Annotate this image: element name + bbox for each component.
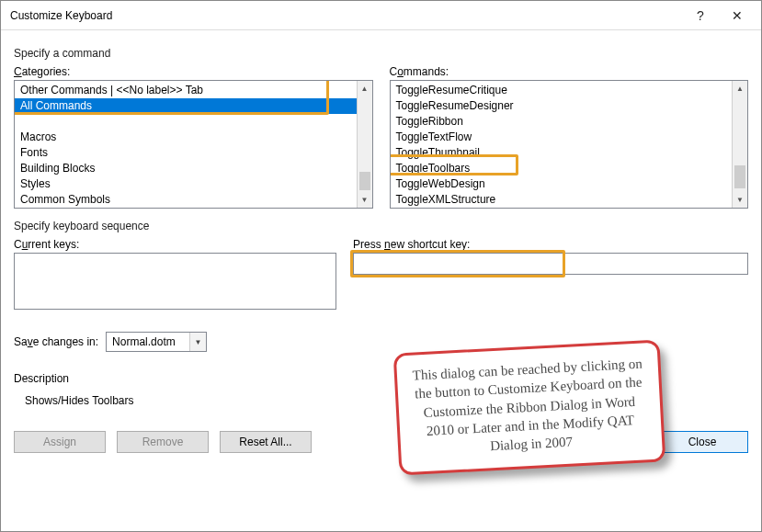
commands-label: Commands:Commands: [390,65,749,78]
assign-button[interactable]: Assign [14,431,106,453]
list-item[interactable]: Styles [15,176,357,192]
scrollbar[interactable]: ▲ ▼ [357,81,372,208]
list-item[interactable]: Other Commands | <<No label>> Tab [15,83,357,98]
categories-label: CCategories:ategories: [14,65,373,78]
list-item[interactable]: ToggleRibbon [391,114,733,130]
scroll-up-icon[interactable]: ▲ [358,81,372,96]
dialog-title: Customize Keyboard [10,9,682,22]
current-keys-box[interactable] [14,253,336,310]
current-keys-label: Current keys:Current keys: [14,238,336,251]
list-item[interactable]: ToggleWebDesign [391,176,733,192]
specify-command-label: Specify a command [14,47,748,60]
close-icon: ✕ [732,8,743,23]
categories-listbox[interactable]: Other Commands | <<No label>> Tab All Co… [14,80,373,209]
commands-items: ToggleResumeCritique ToggleResumeDesigne… [391,81,733,208]
list-item[interactable]: ToggleThumbnail [391,145,733,161]
list-item[interactable]: Macros [15,130,357,145]
scroll-thumb[interactable] [734,165,745,188]
help-button[interactable]: ? [682,2,719,29]
help-icon: ? [697,8,704,23]
categories-items: Other Commands | <<No label>> Tab All Co… [15,81,357,208]
list-item[interactable]: Building Blocks [15,161,357,176]
scroll-thumb[interactable] [359,172,370,190]
chevron-down-icon: ▼ [189,333,206,351]
scrollbar[interactable]: ▲ ▼ [732,81,747,208]
annotation-callout: This dialog can be reached by clicking o… [393,340,666,476]
list-item-selected[interactable]: All Commands [15,98,357,114]
list-item[interactable]: ToggleTextFlow [391,130,733,145]
list-item[interactable]: ToggleResumeDesigner [391,98,733,114]
save-changes-label: Save changes in:Save changes in: [14,335,98,348]
close-window-button[interactable]: ✕ [719,2,756,29]
press-new-label: Press new shortcut key:Press new shortcu… [353,238,748,251]
list-item[interactable]: Fonts [15,145,357,161]
save-changes-value: Normal.dotm [112,335,176,348]
save-changes-select[interactable]: Normal.dotm ▼ [106,332,207,352]
specify-sequence-label: Specify keyboard sequence [14,220,748,232]
titlebar: Customize Keyboard ? ✕ [1,1,761,30]
scroll-down-icon[interactable]: ▼ [358,192,372,208]
new-shortcut-input[interactable] [353,253,748,275]
list-item[interactable]: Common Symbols [15,192,357,208]
close-button[interactable]: Close [656,431,748,453]
list-item[interactable]: ToggleResumeCritique [391,83,733,98]
list-item[interactable]: ToggleToolbars [391,161,733,176]
reset-all-button[interactable]: Reset All... [220,431,312,453]
scroll-up-icon[interactable]: ▲ [733,81,747,96]
remove-button[interactable]: Remove [117,431,209,453]
scroll-down-icon[interactable]: ▼ [733,192,747,208]
commands-listbox[interactable]: ToggleResumeCritique ToggleResumeDesigne… [390,80,749,209]
list-item[interactable] [15,114,357,130]
list-item[interactable]: ToggleXMLStructure [391,192,733,208]
customize-keyboard-dialog: Customize Keyboard ? ✕ Specify a command… [0,0,762,532]
dialog-content: Specify a command CCategories:ategories:… [1,30,761,531]
